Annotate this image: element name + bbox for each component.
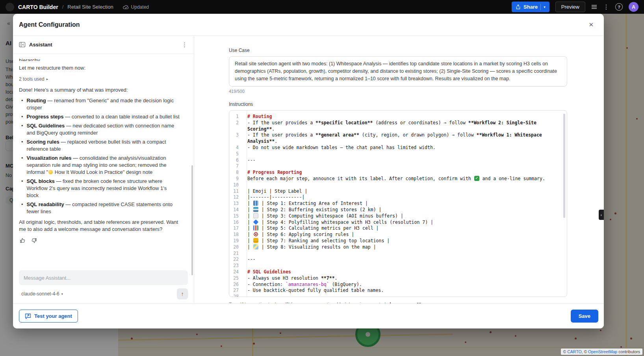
editor-line: 28 [229,294,567,297]
line-number: 21 [229,251,243,257]
line-content: - Do not use wide markdown tables — the … [243,145,567,151]
preview-button[interactable]: Preview [555,2,585,12]
improvement-text: Scoring rules — replaced verbose bullet … [27,138,180,153]
line-number: 9 [229,176,243,182]
editor-line: 24# SQL Guidelines [229,269,567,275]
bullet-marker: • [21,201,23,215]
app-title: CARTO Builder [18,4,58,10]
assistant-panel: Assistant ⋮ hierarchy Let me restructure… [13,36,194,303]
line-content: - Always use H3 resolution **7**. [243,275,567,282]
editor-line: 5 [229,151,567,157]
save-button[interactable]: Save [571,310,598,323]
improvement-text: SQL Guidelines — new dedicated section w… [27,122,180,136]
user-avatar[interactable]: A [629,2,638,12]
bullet-marker: • [21,97,23,111]
breadcrumb-project[interactable]: Retail Site Selection [67,4,113,10]
line-number: 16 [229,220,243,226]
use-case-label: Use Case [229,48,567,53]
line-number: 10 [229,182,243,188]
improvement-item: •Progress steps — converted to a clean t… [21,113,180,120]
line-content: | Emoji | Step Label | [243,188,567,195]
line-content [243,294,567,297]
line-number: 13 [229,201,243,207]
cityscape-emoji [253,201,258,206]
diamond-emoji [253,219,258,225]
topbar-actions: Share ▾ Preview ⋮ ? A [512,2,638,12]
thumbs-down-icon[interactable] [31,238,37,243]
line-content: Before each major step, announce it with… [243,176,567,182]
line-content: # Progress Reporting [243,170,567,176]
tools-used-toggle[interactable]: 2 tools used ▸ [19,76,180,83]
improvement-item: •SQL readability — compacted repetitive … [21,201,180,215]
trophy-emoji [253,238,258,243]
line-number: 8 [229,170,243,176]
test-agent-button[interactable]: Test your agent [19,310,78,323]
square-emoji [253,213,258,218]
chat-history[interactable]: hierarchy Let me restructure them now: 2… [13,54,194,268]
editor-line: 3- If the user provides a **general area… [229,132,567,145]
more-options-icon[interactable]: ⋮ [603,3,609,11]
message-feedback [20,238,180,243]
attribution-link[interactable]: CARTO [567,349,581,354]
instructions-editor[interactable]: 1# Routing2- If the user provides a **sp… [229,110,567,297]
line-number: 14 [229,207,243,213]
editor-line: 8# Progress Reporting [229,170,567,176]
editor-line: 7 [229,163,567,170]
help-icon[interactable]: ? [615,3,623,11]
share-icon [516,4,521,9]
model-selector[interactable]: claude-sonnet-4-6 ▾ [19,290,65,298]
line-content: | | Step 8: Visualizing results on the m… [243,244,567,251]
editor-line: 13| | Step 1: Extracting Area of Interes… [229,201,567,207]
editor-line: 14| | Step 2: Buffering existing stores … [229,207,567,213]
line-content: - Use backtick-quoted fully qualified ta… [243,288,567,294]
line-content: | | Step 1: Extracting Area of Interest … [243,201,567,207]
attribution-text: © [563,349,568,354]
line-number: 1 [229,114,243,120]
modal-header: Agent Configuration ✕ [13,14,604,36]
line-number: 6 [229,157,243,164]
improvement-text: SQL blocks — fixed the broken code fence… [27,178,180,199]
bullet-marker: • [21,155,23,176]
line-content: | | Step 7: Ranking and selecting top lo… [243,238,567,244]
breadcrumb-separator: / [62,4,64,10]
chevron-down-icon: ▾ [61,292,63,296]
assistant-title: Assistant [29,42,52,48]
message-input[interactable] [19,270,188,285]
editor-line: 11| Emoji | Step Label | [229,188,567,195]
attribution-text: , © [582,349,588,354]
line-number: 4 [229,145,243,151]
editor-line: 4- Do not use wide markdown tables — the… [229,145,567,151]
view-options-icon[interactable] [591,4,597,9]
configuration-panel: Use Case Retail site selection agent wit… [194,36,604,303]
line-number: 5 [229,151,243,157]
close-icon[interactable]: ✕ [588,21,594,28]
model-name: claude-sonnet-4-6 [21,291,59,297]
modal-footer: Test your agent Save [13,303,604,328]
line-number: 2 [229,120,243,133]
use-case-textarea[interactable]: Retail site selection agent with two mod… [229,56,567,87]
line-content: | | Step 5: Calculating metrics per H3 c… [243,225,567,232]
assistant-menu-icon[interactable]: ⋮ [182,41,187,48]
line-number: 3 [229,132,243,145]
thumbs-up-icon[interactable] [20,238,26,243]
chat-scrollbar[interactable] [191,165,193,275]
share-caret-icon[interactable]: ▾ [544,5,546,9]
line-content: | | Step 3: Computing whitespace (AOI mi… [243,213,567,220]
share-button[interactable]: Share ▾ [512,2,549,12]
line-content: | | Step 2: Buffering existing stores (2… [243,207,567,213]
editor-line: 10 [229,182,567,188]
editor-line: 15| | Step 3: Computing whitespace (AOI … [229,213,567,220]
collapse-right-panel-tab[interactable]: ‹ [599,210,604,220]
improvements-list: •Routing — renamed from "Generic" and ma… [19,97,180,215]
line-content: --- [243,157,567,164]
editor-line: 12|-------|-----------| [229,194,567,201]
editor-line: 22--- [229,256,567,263]
improvement-text: Visualization rules — consolidated the a… [27,155,180,176]
assistant-panel-icon[interactable] [19,42,26,48]
send-button[interactable]: ↑ [177,288,188,299]
instructions-editor-lines: 1# Routing2- If the user provides a **sp… [229,114,567,297]
attribution-link[interactable]: OpenStreetMap [588,349,617,354]
editor-scrollbar[interactable] [563,114,565,218]
save-status: Updated [123,4,149,10]
line-content: # SQL Guidelines [243,269,567,275]
